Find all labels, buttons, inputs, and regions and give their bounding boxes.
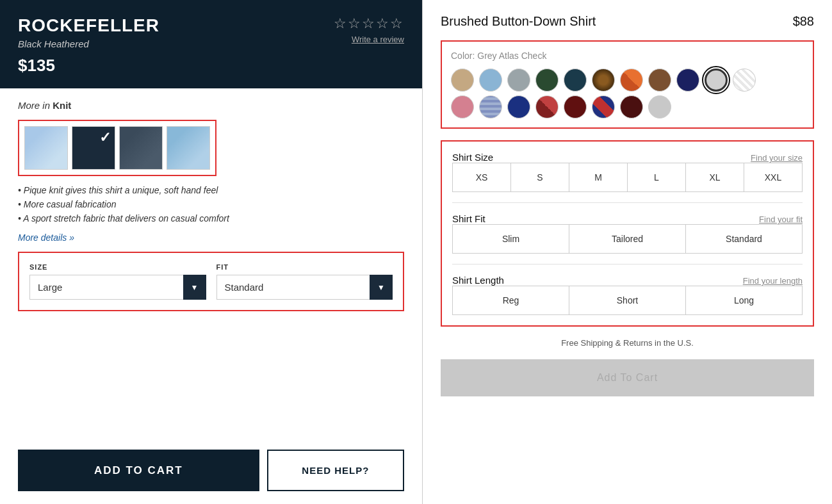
length-reg[interactable]: Reg: [453, 286, 569, 314]
size-xxl[interactable]: XXL: [744, 163, 802, 191]
color-name: Grey Atlas Check: [477, 51, 546, 61]
size-s[interactable]: S: [511, 163, 569, 191]
right-add-to-cart-button[interactable]: Add To Cart: [441, 359, 814, 396]
swatch-light-blue2[interactable]: [167, 126, 210, 170]
fit-select[interactable]: Standard Slim Tailored: [216, 275, 393, 300]
fit-tailored[interactable]: Tailored: [569, 225, 685, 253]
more-details-link[interactable]: More details »: [18, 232, 404, 243]
product-info: ROCKEFELLER Black Heathered $135: [18, 15, 159, 76]
size-select[interactable]: Large XS S M XL XXL: [29, 275, 206, 300]
length-grid: Reg Short Long: [452, 286, 803, 315]
divider-1: [452, 202, 803, 203]
product-title: ROCKEFELLER: [18, 15, 159, 36]
color-red-plaid[interactable]: [535, 95, 559, 118]
size-fit-length-section: Shirt Size Find your size XS S M L XL XX…: [441, 140, 814, 327]
shirt-length-header: Shirt Length Find your length: [452, 275, 803, 286]
size-xl[interactable]: XL: [686, 163, 744, 191]
color-white-check[interactable]: [733, 69, 756, 92]
size-grid: XS S M L XL XXL: [452, 163, 803, 192]
bullet-3: A sport stretch fabric that delivers on …: [18, 213, 404, 224]
swatch-dark-grey[interactable]: [119, 126, 163, 170]
shipping-note: Free Shipping & Returns in the U.S.: [441, 338, 814, 348]
color-blue-plaid[interactable]: [479, 95, 502, 118]
find-your-fit-link[interactable]: Find your fit: [759, 215, 803, 224]
shirt-length-group: Shirt Length Find your length Reg Short …: [452, 275, 803, 315]
bullet-2: More casual fabrication: [18, 199, 404, 209]
color-grey[interactable]: [507, 69, 530, 92]
size-m[interactable]: M: [569, 163, 627, 191]
fit-slim[interactable]: Slim: [453, 225, 569, 253]
length-short[interactable]: Short: [569, 286, 685, 314]
shirt-fit-title: Shirt Fit: [452, 213, 485, 224]
bottom-buttons: ADD TO CART NEED HELP?: [0, 439, 422, 504]
product-subtitle: Black Heathered: [18, 38, 159, 49]
find-your-length-link[interactable]: Find your length: [743, 276, 803, 286]
fit-grid: Slim Tailored Standard: [452, 224, 803, 254]
product-price: $135: [18, 56, 159, 76]
color-blue-red-plaid[interactable]: [592, 95, 615, 118]
color-plaid-brown[interactable]: [592, 69, 615, 92]
color-label: Color: Grey Atlas Check: [451, 51, 804, 61]
right-panel: Brushed Button-Down Shirt $88 Color: Gre…: [423, 0, 832, 504]
knit-bold: Knit: [53, 100, 71, 111]
shirt-size-title: Shirt Size: [452, 152, 493, 163]
divider-2: [452, 264, 803, 264]
color-circles-row-2: [451, 95, 804, 118]
color-dark-maroon[interactable]: [620, 95, 643, 118]
add-to-cart-button[interactable]: ADD TO CART: [18, 450, 259, 491]
color-grey-atlas[interactable]: [705, 69, 728, 92]
right-product-price: $88: [793, 14, 814, 29]
product-body: More in Knit Pique knit gives this shirt…: [0, 88, 422, 439]
color-brown[interactable]: [648, 69, 671, 92]
shirt-size-group: Shirt Size Find your size XS S M L XL XX…: [452, 152, 803, 192]
color-section: Color: Grey Atlas Check: [441, 40, 814, 129]
more-in-label: More in Knit: [18, 100, 404, 111]
bullet-1: Pique knit gives this shirt a unique, so…: [18, 185, 404, 195]
shirt-fit-header: Shirt Fit Find your fit: [452, 213, 803, 224]
color-dark-green[interactable]: [535, 69, 559, 92]
size-fit-section: SIZE Large XS S M XL XXL FIT: [18, 252, 404, 311]
size-group: SIZE Large XS S M XL XXL: [29, 263, 206, 300]
fit-standard[interactable]: Standard: [686, 225, 802, 253]
color-pink[interactable]: [451, 95, 474, 118]
fit-group: FIT Standard Slim Tailored: [216, 263, 393, 300]
rating-area: ☆☆☆☆☆ Write a review: [334, 15, 404, 44]
fit-label: FIT: [216, 263, 393, 271]
star-rating[interactable]: ☆☆☆☆☆: [334, 15, 404, 32]
shirt-fit-group: Shirt Fit Find your fit Slim Tailored St…: [452, 213, 803, 254]
swatch-dark-navy[interactable]: [72, 126, 115, 170]
right-product-name: Brushed Button-Down Shirt: [441, 14, 596, 29]
color-circles-row: [451, 69, 804, 92]
color-swatches: [18, 120, 216, 176]
left-panel: ROCKEFELLER Black Heathered $135 ☆☆☆☆☆ W…: [0, 0, 423, 504]
color-tan[interactable]: [451, 69, 474, 92]
right-header: Brushed Button-Down Shirt $88: [441, 14, 814, 29]
color-orange-plaid[interactable]: [620, 69, 643, 92]
length-long[interactable]: Long: [686, 286, 802, 314]
size-xs[interactable]: XS: [453, 163, 510, 191]
size-select-wrapper: Large XS S M XL XXL: [29, 275, 206, 300]
swatch-light-blue[interactable]: [24, 126, 68, 170]
size-label: SIZE: [29, 263, 206, 271]
need-help-button[interactable]: NEED HELP?: [267, 450, 404, 491]
write-review-link[interactable]: Write a review: [352, 35, 404, 44]
shirt-length-title: Shirt Length: [452, 275, 504, 286]
bullet-list: Pique knit gives this shirt a unique, so…: [18, 185, 404, 224]
color-dark-teal[interactable]: [564, 69, 587, 92]
shirt-size-header: Shirt Size Find your size: [452, 152, 803, 163]
color-dark-blue[interactable]: [507, 95, 530, 118]
find-your-size-link[interactable]: Find your size: [751, 153, 803, 163]
color-dark-red[interactable]: [564, 95, 587, 118]
color-blue-light[interactable]: [479, 69, 502, 92]
color-dark-navy[interactable]: [676, 69, 699, 92]
product-header: ROCKEFELLER Black Heathered $135 ☆☆☆☆☆ W…: [0, 0, 422, 88]
color-light-grey[interactable]: [648, 95, 671, 118]
size-l[interactable]: L: [628, 163, 685, 191]
fit-select-wrapper: Standard Slim Tailored: [216, 275, 393, 300]
